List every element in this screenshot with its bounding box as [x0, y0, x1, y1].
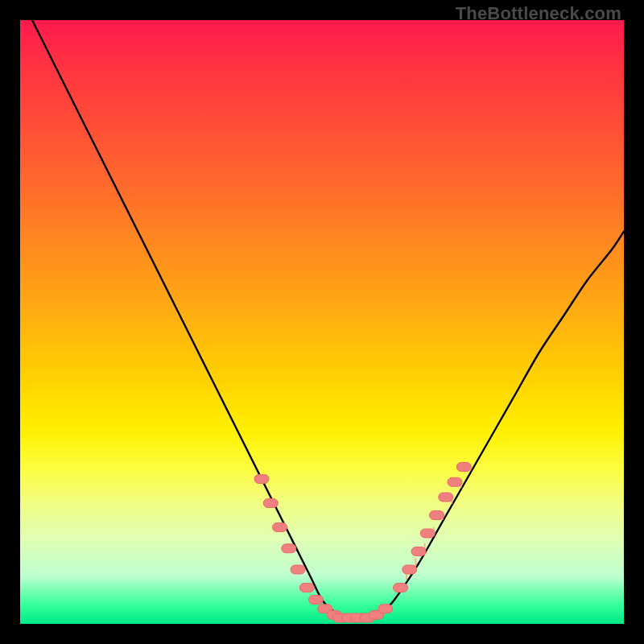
marker-right-cluster — [439, 493, 453, 502]
marker-left-cluster — [291, 565, 305, 574]
marker-left-cluster — [254, 475, 269, 484]
chart-frame — [20, 20, 624, 624]
marker-right-cluster — [402, 565, 417, 574]
data-markers — [254, 463, 471, 623]
marker-right-cluster — [420, 529, 435, 538]
marker-left-cluster — [263, 499, 278, 508]
marker-left-cluster — [282, 544, 296, 553]
marker-left-cluster — [299, 584, 314, 592]
marker-bottom-cluster — [378, 605, 393, 613]
marker-right-cluster — [456, 463, 471, 472]
marker-right-cluster — [448, 477, 462, 486]
marker-right-cluster — [411, 547, 426, 556]
main-curve — [32, 20, 624, 618]
attribution-text: TheBottleneck.com — [456, 3, 621, 24]
bottleneck-curve-chart — [20, 20, 624, 624]
marker-left-cluster — [309, 596, 324, 605]
marker-left-cluster — [273, 523, 287, 532]
marker-right-cluster — [430, 511, 444, 520]
marker-right-cluster — [394, 584, 408, 592]
